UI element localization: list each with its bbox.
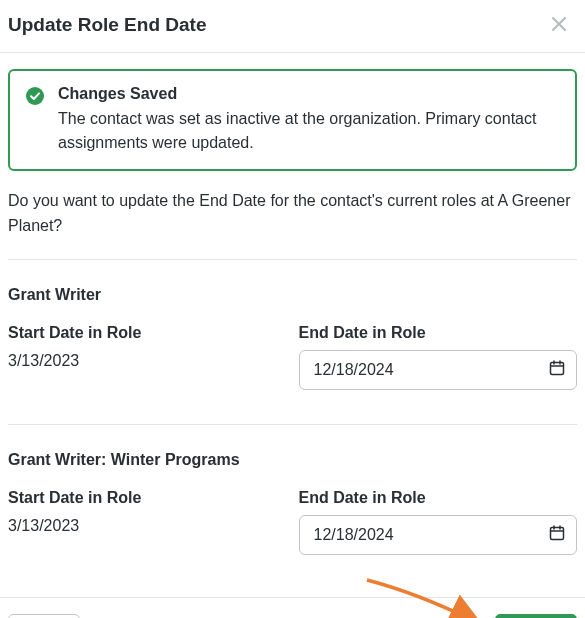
end-date-field: End Date in Role [299,324,578,390]
alert-content: Changes Saved The contact was set as ina… [58,85,559,155]
svg-point-0 [26,87,44,105]
role-name: Grant Writer: Winter Programs [8,451,577,469]
end-date-input-wrap [299,350,578,390]
end-date-input[interactable] [299,515,578,555]
modal-header: Update Role End Date [0,0,585,53]
end-date-input[interactable] [299,350,578,390]
start-date-field: Start Date in Role 3/13/2023 [8,324,287,390]
divider [8,259,577,260]
close-button[interactable]: Close [8,614,80,618]
role-name: Grant Writer [8,286,577,304]
modal-footer: Close Update [0,597,585,618]
end-date-field: End Date in Role [299,489,578,555]
alert-title: Changes Saved [58,85,559,103]
start-date-label: Start Date in Role [8,324,287,342]
success-alert: Changes Saved The contact was set as ina… [8,69,577,171]
role-fields: Start Date in Role 3/13/2023 End Date in… [8,324,577,390]
end-date-label: End Date in Role [299,489,578,507]
start-date-value: 3/13/2023 [8,515,287,535]
role-fields: Start Date in Role 3/13/2023 End Date in… [8,489,577,555]
modal-title: Update Role End Date [8,14,206,36]
prompt-text: Do you want to update the End Date for t… [8,189,577,239]
end-date-input-wrap [299,515,578,555]
update-role-end-date-modal: Update Role End Date Changes Saved The c… [0,0,585,618]
end-date-label: End Date in Role [299,324,578,342]
alert-message: The contact was set as inactive at the o… [58,107,559,155]
modal-body: Changes Saved The contact was set as ina… [0,53,585,597]
start-date-label: Start Date in Role [8,489,287,507]
role-block: Grant Writer: Winter Programs Start Date… [8,451,577,555]
role-block: Grant Writer Start Date in Role 3/13/202… [8,286,577,390]
check-circle-icon [26,87,44,105]
close-icon[interactable] [547,14,571,36]
start-date-value: 3/13/2023 [8,350,287,370]
start-date-field: Start Date in Role 3/13/2023 [8,489,287,555]
divider [8,424,577,425]
update-button[interactable]: Update [495,614,577,618]
